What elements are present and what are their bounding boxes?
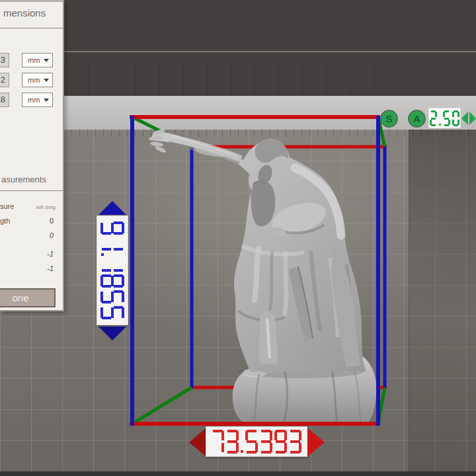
dimensions-panel: mensions 3 mm 2 mm 8 mm asurements sure … xyxy=(0,0,64,311)
panel-separator xyxy=(0,28,63,28)
dimension-x-input[interactable]: 3 xyxy=(0,53,9,67)
scale-a-button[interactable]: A xyxy=(408,110,426,128)
unit-label: mm xyxy=(22,96,40,104)
dimension-y-input[interactable]: 2 xyxy=(0,73,9,87)
dimension-y-unit-select[interactable]: mm xyxy=(22,73,53,87)
statue-model-3d[interactable] xyxy=(149,128,377,424)
measure-label: sure xyxy=(0,202,14,210)
panel-separator xyxy=(0,190,63,191)
viewport-3d-scene xyxy=(0,0,476,476)
chevron-down-icon xyxy=(44,59,49,62)
measurement-value: -1 xyxy=(47,264,54,272)
width-dimension-value[interactable] xyxy=(212,430,301,454)
done-button[interactable]: one xyxy=(0,288,56,307)
height-dimension-value[interactable] xyxy=(100,221,124,319)
panel-title: mensions xyxy=(3,7,46,19)
measurement-value: -1 xyxy=(47,250,54,258)
scale-a-label: A xyxy=(413,113,420,124)
unit-label: mm xyxy=(22,56,40,64)
height-increase-arrow[interactable] xyxy=(99,201,126,215)
scale-decrease-arrow[interactable] xyxy=(461,112,468,125)
height-decrease-arrow[interactable] xyxy=(99,327,126,340)
chevron-down-icon xyxy=(44,79,49,82)
app-window: S A mensions 3 mm 2 mm 8 mm asurements s… xyxy=(0,0,476,476)
width-increase-arrow[interactable] xyxy=(308,428,325,456)
dimension-x-unit-select[interactable]: mm xyxy=(22,53,53,67)
measurements-title: asurements xyxy=(1,175,46,184)
measurement-value: 0 xyxy=(50,231,54,239)
dimension-z-input[interactable]: 8 xyxy=(0,93,9,107)
dimension-z-unit-select[interactable]: mm xyxy=(22,93,53,107)
length-label: gth xyxy=(0,217,10,225)
scale-s-label: S xyxy=(385,113,392,124)
scale-s-button[interactable]: S xyxy=(380,110,398,128)
scale-increase-arrow[interactable] xyxy=(469,112,476,125)
measure-hint: left-drag xyxy=(36,204,56,210)
length-value: 0 xyxy=(50,217,54,225)
unit-label: mm xyxy=(22,76,40,84)
scale-value[interactable] xyxy=(430,110,459,126)
width-decrease-arrow[interactable] xyxy=(189,428,206,456)
done-button-label: one xyxy=(12,292,28,303)
chevron-down-icon xyxy=(44,99,49,102)
panel-top-strip xyxy=(0,0,63,2)
